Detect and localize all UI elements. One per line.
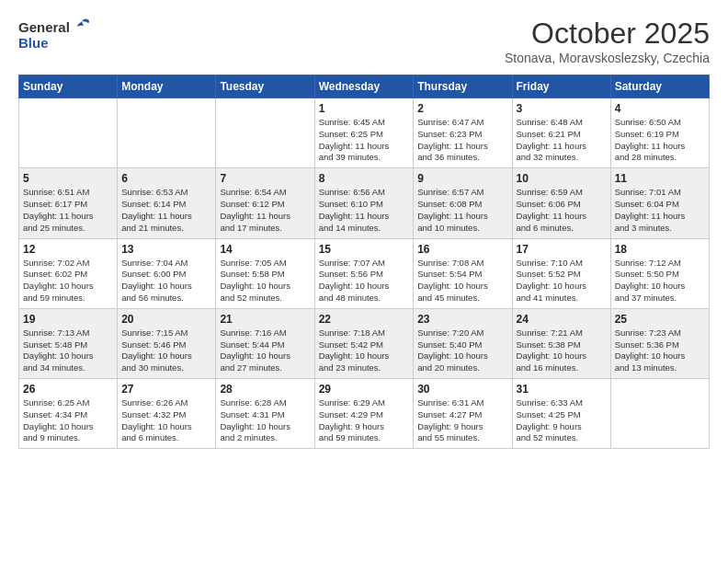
month-title: October 2025 (505, 17, 710, 51)
table-row: 2Sunrise: 6:47 AM Sunset: 6:23 PM Daylig… (414, 98, 512, 168)
day-info: Sunrise: 7:15 AM Sunset: 5:46 PM Dayligh… (121, 327, 211, 374)
day-number: 27 (121, 383, 211, 396)
calendar-table: Sunday Monday Tuesday Wednesday Thursday… (18, 75, 710, 449)
day-number: 26 (23, 383, 113, 396)
table-row: 24Sunrise: 7:21 AM Sunset: 5:38 PM Dayli… (512, 308, 610, 378)
day-info: Sunrise: 6:47 AM Sunset: 6:23 PM Dayligh… (417, 117, 507, 164)
location: Stonava, Moravskoslezsky, Czechia (505, 51, 710, 65)
table-row: 1Sunrise: 6:45 AM Sunset: 6:25 PM Daylig… (314, 98, 414, 168)
day-info: Sunrise: 6:48 AM Sunset: 6:21 PM Dayligh… (517, 117, 607, 164)
day-info: Sunrise: 6:54 AM Sunset: 6:12 PM Dayligh… (220, 187, 310, 234)
header-saturday: Saturday (610, 75, 709, 98)
page-header: General Blue October 2025 Stonava, Morav… (18, 17, 710, 65)
day-info: Sunrise: 6:28 AM Sunset: 4:31 PM Dayligh… (220, 397, 310, 444)
table-row: 18Sunrise: 7:12 AM Sunset: 5:50 PM Dayli… (610, 238, 709, 308)
table-row: 7Sunrise: 6:54 AM Sunset: 6:12 PM Daylig… (216, 168, 314, 238)
day-info: Sunrise: 6:33 AM Sunset: 4:25 PM Dayligh… (517, 397, 607, 444)
table-row: 15Sunrise: 7:07 AM Sunset: 5:56 PM Dayli… (314, 238, 414, 308)
table-row: 23Sunrise: 7:20 AM Sunset: 5:40 PM Dayli… (414, 308, 512, 378)
day-info: Sunrise: 7:10 AM Sunset: 5:52 PM Dayligh… (517, 258, 607, 304)
day-info: Sunrise: 6:29 AM Sunset: 4:29 PM Dayligh… (319, 397, 410, 444)
table-row: 27Sunrise: 6:26 AM Sunset: 4:32 PM Dayli… (118, 379, 216, 449)
day-number: 28 (220, 383, 310, 396)
day-number: 18 (615, 243, 705, 256)
table-row (118, 98, 216, 168)
table-row: 14Sunrise: 7:05 AM Sunset: 5:58 PM Dayli… (216, 238, 314, 308)
table-row: 21Sunrise: 7:16 AM Sunset: 5:44 PM Dayli… (216, 308, 314, 378)
day-number: 25 (615, 313, 705, 326)
day-number: 14 (220, 243, 310, 256)
day-number: 12 (23, 243, 113, 256)
day-info: Sunrise: 7:07 AM Sunset: 5:56 PM Dayligh… (319, 258, 410, 304)
header-monday: Monday (118, 75, 216, 98)
day-number: 24 (517, 313, 607, 326)
table-row: 12Sunrise: 7:02 AM Sunset: 6:02 PM Dayli… (19, 238, 118, 308)
day-number: 13 (121, 243, 211, 256)
header-thursday: Thursday (414, 75, 512, 98)
table-row: 28Sunrise: 6:28 AM Sunset: 4:31 PM Dayli… (216, 379, 314, 449)
day-info: Sunrise: 7:01 AM Sunset: 6:04 PM Dayligh… (615, 187, 705, 234)
table-row: 13Sunrise: 7:04 AM Sunset: 6:00 PM Dayli… (118, 238, 216, 308)
day-info: Sunrise: 7:12 AM Sunset: 5:50 PM Dayligh… (615, 258, 705, 304)
day-info: Sunrise: 6:56 AM Sunset: 6:10 PM Dayligh… (319, 187, 410, 234)
day-info: Sunrise: 7:02 AM Sunset: 6:02 PM Dayligh… (23, 258, 113, 304)
table-row (610, 379, 709, 449)
day-number: 21 (220, 313, 310, 326)
table-row (19, 98, 118, 168)
table-row: 11Sunrise: 7:01 AM Sunset: 6:04 PM Dayli… (610, 168, 709, 238)
table-row: 19Sunrise: 7:13 AM Sunset: 5:48 PM Dayli… (19, 308, 118, 378)
day-number: 5 (23, 172, 113, 185)
header-tuesday: Tuesday (216, 75, 314, 98)
day-number: 19 (23, 313, 113, 326)
logo-blue: Blue (18, 35, 49, 51)
table-row: 30Sunrise: 6:31 AM Sunset: 4:27 PM Dayli… (414, 379, 512, 449)
day-number: 23 (417, 313, 507, 326)
day-info: Sunrise: 6:59 AM Sunset: 6:06 PM Dayligh… (517, 187, 607, 234)
table-row: 8Sunrise: 6:56 AM Sunset: 6:10 PM Daylig… (314, 168, 414, 238)
day-number: 4 (615, 102, 705, 115)
day-number: 30 (417, 383, 507, 396)
calendar-row: 12Sunrise: 7:02 AM Sunset: 6:02 PM Dayli… (19, 238, 710, 308)
day-info: Sunrise: 6:31 AM Sunset: 4:27 PM Dayligh… (417, 397, 507, 444)
day-number: 29 (319, 383, 410, 396)
header-wednesday: Wednesday (314, 75, 414, 98)
table-row: 17Sunrise: 7:10 AM Sunset: 5:52 PM Dayli… (512, 238, 610, 308)
calendar-row: 19Sunrise: 7:13 AM Sunset: 5:48 PM Dayli… (19, 308, 710, 378)
day-info: Sunrise: 6:50 AM Sunset: 6:19 PM Dayligh… (615, 117, 705, 164)
table-row: 16Sunrise: 7:08 AM Sunset: 5:54 PM Dayli… (414, 238, 512, 308)
day-number: 31 (517, 383, 607, 396)
day-number: 3 (517, 102, 607, 115)
day-info: Sunrise: 6:26 AM Sunset: 4:32 PM Dayligh… (121, 397, 211, 444)
table-row: 5Sunrise: 6:51 AM Sunset: 6:17 PM Daylig… (19, 168, 118, 238)
day-number: 11 (615, 172, 705, 185)
day-number: 6 (121, 172, 211, 185)
day-info: Sunrise: 7:05 AM Sunset: 5:58 PM Dayligh… (220, 258, 310, 304)
day-info: Sunrise: 6:45 AM Sunset: 6:25 PM Dayligh… (319, 117, 410, 164)
day-info: Sunrise: 7:16 AM Sunset: 5:44 PM Dayligh… (220, 327, 310, 374)
day-info: Sunrise: 7:13 AM Sunset: 5:48 PM Dayligh… (23, 327, 113, 374)
logo-bird-icon (72, 17, 92, 37)
table-row: 22Sunrise: 7:18 AM Sunset: 5:42 PM Dayli… (314, 308, 414, 378)
day-number: 7 (220, 172, 310, 185)
day-number: 1 (319, 102, 410, 115)
day-info: Sunrise: 7:08 AM Sunset: 5:54 PM Dayligh… (417, 258, 507, 304)
table-row: 25Sunrise: 7:23 AM Sunset: 5:36 PM Dayli… (610, 308, 709, 378)
table-row: 29Sunrise: 6:29 AM Sunset: 4:29 PM Dayli… (314, 379, 414, 449)
day-number: 17 (517, 243, 607, 256)
calendar-row: 26Sunrise: 6:25 AM Sunset: 4:34 PM Dayli… (19, 379, 710, 449)
header-sunday: Sunday (19, 75, 118, 98)
day-info: Sunrise: 6:51 AM Sunset: 6:17 PM Dayligh… (23, 187, 113, 234)
day-info: Sunrise: 7:23 AM Sunset: 5:36 PM Dayligh… (615, 327, 705, 374)
day-info: Sunrise: 7:04 AM Sunset: 6:00 PM Dayligh… (121, 258, 211, 304)
table-row: 20Sunrise: 7:15 AM Sunset: 5:46 PM Dayli… (118, 308, 216, 378)
table-row: 4Sunrise: 6:50 AM Sunset: 6:19 PM Daylig… (610, 98, 709, 168)
table-row: 3Sunrise: 6:48 AM Sunset: 6:21 PM Daylig… (512, 98, 610, 168)
day-number: 9 (417, 172, 507, 185)
table-row: 26Sunrise: 6:25 AM Sunset: 4:34 PM Dayli… (19, 379, 118, 449)
table-row (216, 98, 314, 168)
day-number: 22 (319, 313, 410, 326)
day-number: 15 (319, 243, 410, 256)
day-info: Sunrise: 6:53 AM Sunset: 6:14 PM Dayligh… (121, 187, 211, 234)
day-number: 2 (417, 102, 507, 115)
day-info: Sunrise: 7:20 AM Sunset: 5:40 PM Dayligh… (417, 327, 507, 374)
